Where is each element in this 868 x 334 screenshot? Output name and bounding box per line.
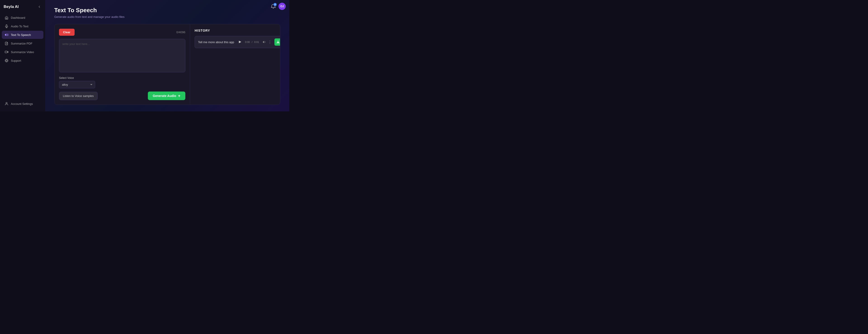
generate-audio-button[interactable]: Generate Audio + bbox=[148, 92, 185, 100]
sidebar: Beyla AI Dashboard bbox=[0, 0, 45, 112]
sidebar-item-label: Dashboard bbox=[11, 16, 25, 20]
text-input-wrapper bbox=[59, 39, 185, 73]
sidebar-item-label: Support bbox=[11, 59, 21, 62]
sidebar-item-label: Account Settings bbox=[11, 102, 33, 105]
sidebar-item-label: Text To Speech bbox=[11, 33, 31, 37]
history-panel: HISTORY Tell me more about this app 0:00… bbox=[190, 24, 280, 104]
text-input[interactable] bbox=[59, 39, 185, 72]
plus-icon: + bbox=[178, 94, 180, 98]
notification-badge: 0 bbox=[274, 3, 277, 6]
editor-top-row: Clear 0/4096 bbox=[59, 29, 185, 36]
more-options-icon[interactable]: ⋮ bbox=[268, 40, 272, 44]
sidebar-item-summarize-video[interactable]: Summarize Video bbox=[2, 48, 43, 56]
speaker-icon bbox=[4, 33, 8, 37]
sidebar-item-label: Summarize PDF bbox=[11, 42, 32, 45]
select-voice-label: Select Voice bbox=[59, 77, 185, 80]
avatar[interactable]: OJ bbox=[278, 3, 286, 10]
time-separator: / bbox=[252, 41, 252, 43]
svg-rect-5 bbox=[5, 51, 7, 53]
history-item-text: Tell me more about this app bbox=[198, 40, 234, 44]
main-content: 0 OJ Text To Speech Generate audio from … bbox=[45, 0, 289, 112]
svg-point-12 bbox=[6, 102, 7, 104]
video-icon bbox=[4, 50, 8, 54]
app-name: Beyla AI bbox=[4, 4, 19, 9]
home-icon bbox=[4, 16, 8, 20]
app-logo: Beyla AI bbox=[0, 4, 45, 13]
audio-player: 0:00 / 0:01 ⋮ bbox=[237, 39, 272, 45]
editor-panel: Clear 0/4096 Select Voice alloy echo fab… bbox=[55, 24, 190, 104]
page-title: Text To Speech bbox=[54, 7, 280, 14]
listen-voice-samples-button[interactable]: Listen to Voice samples bbox=[59, 92, 98, 100]
editor-bottom-row: Listen to Voice samples Generate Audio + bbox=[59, 92, 185, 100]
collapse-sidebar-button[interactable] bbox=[37, 4, 41, 9]
top-bar: 0 OJ bbox=[271, 3, 286, 10]
generate-audio-label: Generate Audio bbox=[153, 94, 176, 98]
user-icon bbox=[4, 102, 8, 106]
download-button[interactable] bbox=[274, 38, 280, 45]
sidebar-item-label: Audio To Text bbox=[11, 25, 29, 28]
history-title: HISTORY bbox=[195, 29, 280, 32]
history-item: Tell me more about this app 0:00 / 0:01 bbox=[195, 36, 280, 48]
sidebar-item-account-settings[interactable]: Account Settings bbox=[2, 100, 43, 108]
main-card: Clear 0/4096 Select Voice alloy echo fab… bbox=[54, 24, 280, 105]
voice-select[interactable]: alloy echo fable onyx nova shimmer bbox=[59, 81, 95, 88]
time-current: 0:00 bbox=[245, 41, 250, 43]
select-voice-section: Select Voice alloy echo fable onyx nova … bbox=[59, 77, 185, 88]
notification-button[interactable]: 0 bbox=[271, 4, 276, 9]
sidebar-item-dashboard[interactable]: Dashboard bbox=[2, 13, 43, 22]
sidebar-bottom: Account Settings bbox=[0, 100, 45, 108]
sidebar-item-support[interactable]: Support bbox=[2, 57, 43, 65]
svg-rect-0 bbox=[6, 25, 7, 26]
char-count: 0/4096 bbox=[176, 31, 185, 34]
clear-button[interactable]: Clear bbox=[59, 29, 74, 36]
volume-icon[interactable] bbox=[263, 40, 266, 44]
svg-point-7 bbox=[6, 60, 7, 61]
file-icon bbox=[4, 41, 8, 45]
support-icon bbox=[4, 59, 8, 63]
play-button[interactable] bbox=[237, 39, 243, 45]
sidebar-item-text-to-speech[interactable]: Text To Speech bbox=[2, 31, 43, 39]
sidebar-item-audio-to-text[interactable]: Audio To Text bbox=[2, 22, 43, 30]
time-total: 0:01 bbox=[254, 41, 259, 43]
page-subtitle: Generate audio from text and manage your… bbox=[54, 15, 280, 19]
sidebar-item-summarize-pdf[interactable]: Summarize PDF bbox=[2, 39, 43, 48]
sidebar-nav: Dashboard Audio To Text bbox=[0, 13, 45, 100]
sidebar-item-label: Summarize Video bbox=[11, 51, 34, 54]
mic-icon bbox=[4, 24, 8, 28]
